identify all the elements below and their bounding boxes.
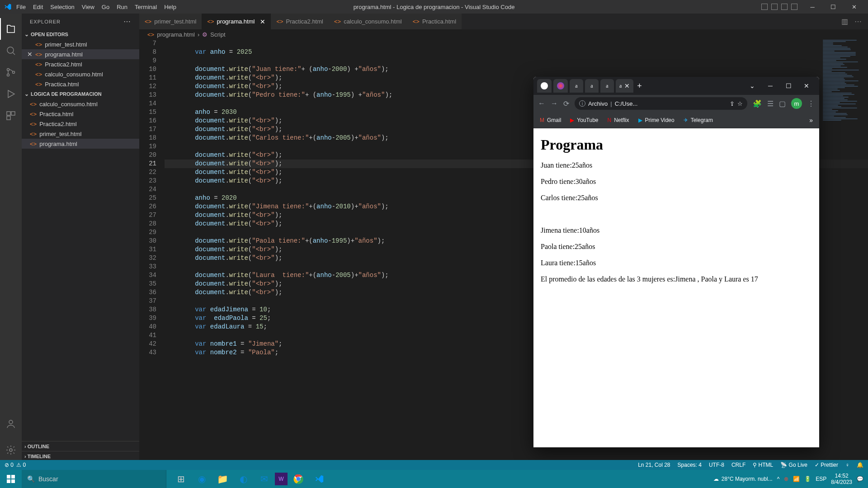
menu-terminal[interactable]: Terminal (135, 4, 157, 10)
editor-item[interactable]: <>primer_test.html (22, 39, 139, 49)
go-live[interactable]: 📡 Go Live (780, 462, 807, 468)
tray-wifi-icon[interactable]: 📶 (793, 476, 800, 482)
language-indicator[interactable]: ESP (816, 476, 826, 482)
app-icon[interactable]: ◐ (233, 470, 253, 488)
search-icon[interactable] (0, 40, 22, 61)
menu-run[interactable]: Run (117, 4, 127, 10)
notifications-icon[interactable]: 💬 (857, 476, 863, 482)
encoding[interactable]: UTF-8 (709, 462, 724, 468)
file-item[interactable]: <>calculo_consumo.html (22, 99, 139, 109)
editor-item[interactable]: <>calculo_consumo.html (22, 69, 139, 79)
browser-tab[interactable]: a (570, 79, 583, 93)
tray-battery-icon[interactable]: 🔋 (804, 476, 811, 482)
chrome-icon[interactable] (288, 470, 308, 488)
side-panel-icon[interactable]: ▢ (779, 99, 786, 108)
cursor-position[interactable]: Ln 21, Col 28 (638, 462, 670, 468)
sidebar-more-icon[interactable]: ⋯ (123, 17, 131, 26)
kebab-icon[interactable]: ⋮ (807, 99, 815, 108)
task-view-icon[interactable]: ⊞ (171, 470, 191, 488)
edge-icon[interactable]: ◉ (192, 470, 212, 488)
close-icon[interactable]: ✕ (260, 18, 265, 25)
minimap[interactable] (818, 39, 868, 220)
browser-maximize-icon[interactable]: ☐ (779, 82, 797, 89)
menu-selection[interactable]: Selection (50, 4, 74, 10)
menu-help[interactable]: Help (164, 4, 176, 10)
reading-list-icon[interactable]: ☰ (767, 99, 774, 108)
eol[interactable]: CRLF (731, 462, 745, 468)
browser-tab[interactable] (537, 79, 552, 93)
star-icon[interactable]: ☆ (737, 100, 743, 107)
menu-file[interactable]: File (16, 4, 26, 10)
tray-onedrive-icon[interactable]: ⊗ (784, 476, 788, 482)
menu-edit[interactable]: Edit (33, 4, 43, 10)
tab[interactable]: <>Practica2.html (271, 14, 329, 29)
settings-gear-icon[interactable] (0, 439, 22, 461)
tab-more-icon[interactable]: ⋯ (854, 17, 862, 26)
feedback-icon[interactable]: ♀ (845, 462, 849, 468)
site-info-icon[interactable]: i (579, 100, 585, 107)
profile-avatar[interactable]: m (791, 98, 802, 109)
bell-icon[interactable]: 🔔 (857, 462, 863, 468)
reload-icon[interactable]: ⟳ (563, 99, 569, 108)
bookmark[interactable]: ▶Prime Video (638, 117, 675, 123)
prettier[interactable]: ✓ Prettier (815, 462, 838, 468)
new-tab-icon[interactable]: + (637, 81, 642, 91)
weather[interactable]: ☁ 28°C Mayorm. nubl... (713, 476, 773, 482)
bookmark[interactable]: ✈Telegram (684, 117, 713, 123)
browser-tab[interactable] (553, 79, 568, 93)
tab[interactable]: <>Practica.html (407, 14, 462, 29)
file-item[interactable]: <>Practica2.html (22, 119, 139, 129)
explorer-icon[interactable] (0, 18, 22, 40)
editor-item[interactable]: <>Practica2.html (22, 59, 139, 69)
extensions-puzzle-icon[interactable]: 🧩 (753, 99, 762, 108)
open-editors-header[interactable]: ⌄OPEN EDITORS (22, 29, 139, 39)
browser-minimize-icon[interactable]: ─ (761, 82, 779, 89)
outline-header[interactable]: › OUTLINE (22, 441, 139, 451)
mail-icon[interactable]: ✉ (254, 470, 274, 488)
extensions-icon[interactable] (0, 105, 22, 127)
minimize-button[interactable]: ─ (802, 0, 823, 14)
tray-chevron-icon[interactable]: ^ (777, 476, 780, 482)
file-item[interactable]: <>Practica.html (22, 109, 139, 119)
errors-icon[interactable]: ⊘ 0 (5, 462, 14, 468)
source-control-icon[interactable] (0, 61, 22, 83)
file-item[interactable]: <>primer_test.html (22, 129, 139, 139)
indentation[interactable]: Spaces: 4 (678, 462, 702, 468)
browser-tab[interactable]: a (585, 79, 599, 93)
file-item[interactable]: <>programa.html (22, 139, 139, 149)
close-tab-icon[interactable]: ✕ (624, 82, 630, 89)
warnings-icon[interactable]: ⚠ 0 (16, 462, 26, 468)
bookmark[interactable]: ▶YouTube (570, 117, 598, 123)
vscode-taskbar-icon[interactable] (309, 470, 329, 488)
browser-chevron-down-icon[interactable]: ⌄ (743, 82, 761, 89)
browser-tab-active[interactable]: a✕ (616, 79, 633, 93)
forward-icon[interactable]: → (551, 99, 558, 108)
editor-item[interactable]: <>Practica.html (22, 79, 139, 89)
tab[interactable]: <>programa.html✕ (202, 14, 271, 29)
share-icon[interactable]: ⇪ (730, 100, 735, 107)
layout-controls[interactable] (761, 4, 797, 10)
debug-icon[interactable] (0, 83, 22, 105)
taskbar-search[interactable]: 🔍 Buscar (22, 470, 166, 488)
folder-header[interactable]: ⌄LOGICA DE PROGRAMACION (22, 89, 139, 99)
tab[interactable]: <>calculo_consumo.html (329, 14, 407, 29)
app-icon[interactable]: W (275, 473, 288, 485)
split-layout-icon[interactable]: ▥ (841, 17, 848, 26)
breadcrumb[interactable]: <> programa.html › ⚙ Script (139, 29, 868, 39)
clock[interactable]: 14:52 8/4/2023 (831, 473, 852, 486)
bookmark[interactable]: NNetflix (608, 117, 629, 123)
maximize-button[interactable]: ☐ (823, 0, 844, 14)
close-button[interactable]: ✕ (844, 0, 864, 14)
browser-close-icon[interactable]: ✕ (797, 82, 816, 89)
file-explorer-icon[interactable]: 📁 (212, 470, 232, 488)
close-icon[interactable]: ✕ (26, 51, 33, 58)
menu-go[interactable]: Go (102, 4, 109, 10)
browser-tab[interactable]: a (600, 79, 614, 93)
menu-view[interactable]: View (82, 4, 94, 10)
account-icon[interactable] (0, 413, 22, 435)
bookmarks-more-icon[interactable]: » (809, 117, 813, 124)
editor-item[interactable]: ✕<>programa.html (22, 49, 139, 59)
url-input[interactable]: i Archivo | C:/Use... ⇪ ☆ (575, 97, 747, 110)
back-icon[interactable]: ← (538, 99, 545, 108)
tab[interactable]: <>primer_test.html (139, 14, 202, 29)
